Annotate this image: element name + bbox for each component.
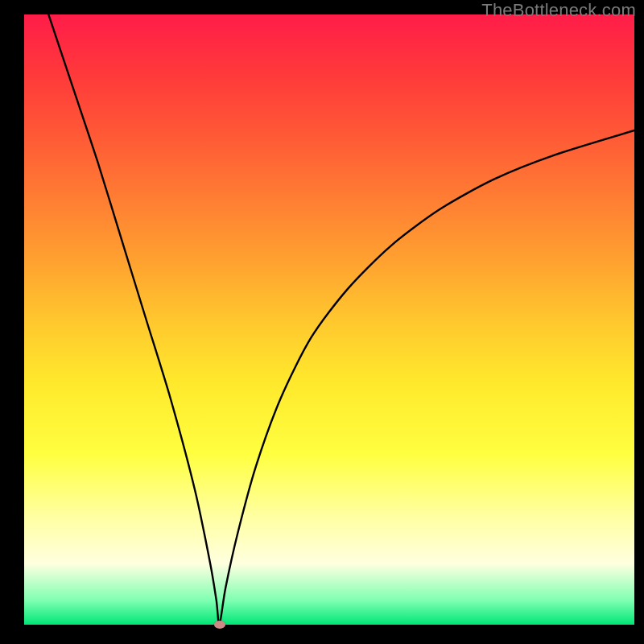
plot-gradient-area (24, 14, 634, 625)
bottleneck-curve (24, 14, 634, 625)
optimum-marker (214, 621, 225, 629)
chart-stage: TheBottleneck.com (0, 0, 644, 644)
watermark-text: TheBottleneck.com (481, 0, 636, 21)
curve-path (48, 14, 634, 625)
